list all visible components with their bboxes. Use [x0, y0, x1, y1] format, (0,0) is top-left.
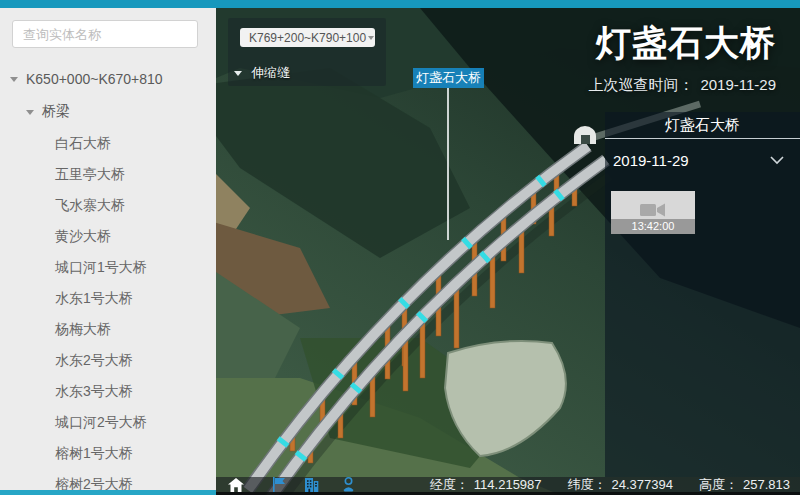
stake-range-select[interactable]: K769+200~K790+100: [240, 28, 375, 47]
sidebar-item-bridge[interactable]: 黄沙大桥: [0, 221, 216, 252]
hero-header: 灯盏石大桥 上次巡查时间：2019-11-29: [588, 20, 776, 95]
caret-down-icon: [234, 71, 242, 76]
layer-toggle-expansion-joints[interactable]: 伸缩缝: [234, 64, 290, 82]
bridge-map-marker[interactable]: 灯盏石大桥: [413, 68, 484, 88]
sidebar-item-bridge[interactable]: 白石大桥: [0, 128, 216, 159]
search-input[interactable]: [12, 20, 198, 48]
sidebar-item-bridge[interactable]: 五里亭大桥: [0, 159, 216, 190]
range-filter-panel: K769+200~K790+100 伸缩缝: [228, 18, 386, 86]
app-window: 灯盏石大桥 K769+200~K790+100 伸缩缝 灯盏石大桥 上次巡查时间…: [0, 0, 800, 495]
sidebar-scrollbar[interactable]: [0, 490, 216, 495]
sidebar-item-bridge[interactable]: 水东2号大桥: [0, 345, 216, 376]
video-thumbnail[interactable]: 13:42:00: [611, 191, 695, 234]
top-accent-bar: [0, 0, 800, 8]
longitude-readout: 经度：114.215987: [430, 476, 542, 494]
stake-range-value: K769+200~K790+100: [249, 31, 366, 45]
video-camera-icon: [640, 202, 666, 218]
marker-leader-line: [447, 88, 449, 240]
inspection-record-date: 2019-11-29: [613, 152, 689, 169]
location-person-icon[interactable]: [341, 477, 356, 492]
sidebar-item-bridge[interactable]: 水东1号大桥: [0, 283, 216, 314]
status-bar: 经度：114.215987 纬度：24.377394 高度：257.813: [216, 477, 800, 495]
last-patrol-label: 上次巡查时间：: [588, 76, 693, 93]
caret-down-icon: [26, 110, 34, 115]
flag-icon[interactable]: [272, 477, 286, 492]
caret-down-icon: [10, 77, 18, 82]
sidebar-item-bridge[interactable]: 城口河1号大桥: [0, 252, 216, 283]
sidebar-item-bridge[interactable]: 榕树1号大桥: [0, 438, 216, 469]
inspection-panel-title: 灯盏石大桥: [605, 112, 800, 139]
sidebar-item-bridge[interactable]: 飞水寨大桥: [0, 190, 216, 221]
latitude-readout: 纬度：24.377394: [568, 476, 673, 494]
sidebar-item-bridge[interactable]: 杨梅大桥: [0, 314, 216, 345]
page-title: 灯盏石大桥: [588, 20, 776, 67]
last-patrol-time: 上次巡查时间：2019-11-29: [588, 76, 776, 95]
video-timestamp: 13:42:00: [611, 219, 695, 234]
tree-node-label: 桥梁: [42, 103, 70, 121]
home-icon[interactable]: [228, 478, 244, 492]
tree-node-section[interactable]: K650+000~K670+810: [0, 68, 216, 90]
tree-node-label: K650+000~K670+810: [26, 71, 163, 87]
chevron-down-icon[interactable]: [770, 156, 784, 165]
entity-sidebar: K650+000~K670+810 桥梁 白石大桥 五里亭大桥 飞水寨大桥 黄沙…: [0, 8, 216, 495]
building-icon[interactable]: [303, 478, 319, 492]
layer-label: 伸缩缝: [251, 64, 290, 82]
inspection-panel: 灯盏石大桥 2019-11-29 13:42:00: [605, 112, 800, 477]
tree-node-bridges[interactable]: 桥梁: [0, 101, 216, 123]
camera-coordinates: 经度：114.215987 纬度：24.377394 高度：257.813: [404, 476, 800, 494]
sidebar-item-bridge[interactable]: 城口河2号大桥: [0, 407, 216, 438]
entity-tree: K650+000~K670+810 桥梁 白石大桥 五里亭大桥 飞水寨大桥 黄沙…: [0, 68, 216, 495]
last-patrol-date: 2019-11-29: [700, 76, 776, 93]
chevron-down-icon: [368, 36, 374, 40]
inspection-record-row[interactable]: 2019-11-29: [605, 151, 800, 171]
sidebar-item-bridge[interactable]: 水东3号大桥: [0, 376, 216, 407]
altitude-readout: 高度：257.813: [699, 476, 790, 494]
bridge-list: 白石大桥 五里亭大桥 飞水寨大桥 黄沙大桥 城口河1号大桥 水东1号大桥 杨梅大…: [0, 128, 216, 495]
